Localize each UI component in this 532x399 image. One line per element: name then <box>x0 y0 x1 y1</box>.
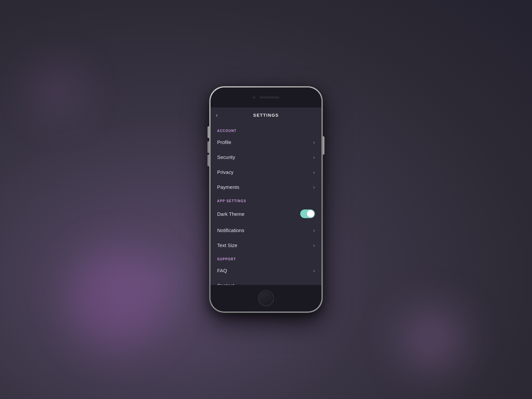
section-header-account: ACCOUNT <box>210 124 322 135</box>
dark-theme-toggle[interactable] <box>300 209 315 218</box>
chevron-icon-profile: › <box>313 140 315 145</box>
camera-dot <box>253 96 255 99</box>
bokeh-blob-3 <box>33 66 83 116</box>
settings-list: ACCOUNT Profile › Security › Privacy › P… <box>210 122 322 285</box>
menu-item-profile[interactable]: Profile › <box>210 135 322 150</box>
back-button[interactable]: ‹ <box>216 112 218 119</box>
phone-bottom-bar <box>210 285 322 312</box>
section-header-support: SUPPORT <box>210 253 322 263</box>
chevron-icon-text-size: › <box>313 243 315 248</box>
menu-label-payments: Payments <box>217 184 239 190</box>
chevron-icon-privacy: › <box>313 170 315 175</box>
menu-label-faq: FAQ <box>217 268 227 273</box>
phone-inner: ‹ SETTINGS ACCOUNT Profile › Security › … <box>210 87 322 312</box>
menu-item-dark-theme[interactable]: Dark Theme <box>210 205 322 223</box>
menu-item-faq[interactable]: FAQ › <box>210 263 322 278</box>
menu-label-privacy: Privacy <box>217 169 233 175</box>
menu-label-notifications: Notifications <box>217 227 244 233</box>
page-title: SETTINGS <box>253 113 279 118</box>
dark-theme-toggle-wrapper <box>300 209 315 218</box>
chevron-icon-faq: › <box>313 268 315 273</box>
section-header-app-settings: APP SETTINGS <box>210 195 322 205</box>
bokeh-blob-1 <box>66 249 166 349</box>
menu-label-text-size: Text Size <box>217 242 237 248</box>
menu-label-profile: Profile <box>217 139 231 145</box>
bokeh-blob-2 <box>399 306 466 372</box>
menu-item-payments[interactable]: Payments › <box>210 180 322 195</box>
app-header: ‹ SETTINGS <box>210 107 322 122</box>
menu-label-security: Security <box>217 154 235 160</box>
menu-label-contact: Contact <box>217 283 234 285</box>
menu-item-privacy[interactable]: Privacy › <box>210 165 322 180</box>
phone-device: ‹ SETTINGS ACCOUNT Profile › Security › … <box>209 86 323 313</box>
speaker-grille <box>259 96 279 98</box>
chevron-icon-payments: › <box>313 185 315 190</box>
phone-top-bar <box>210 87 322 107</box>
app-screen: ‹ SETTINGS ACCOUNT Profile › Security › … <box>210 107 322 285</box>
toggle-knob <box>307 210 314 217</box>
menu-item-security[interactable]: Security › <box>210 150 322 165</box>
menu-item-notifications[interactable]: Notifications › <box>210 223 322 238</box>
menu-label-dark-theme: Dark Theme <box>217 211 244 217</box>
menu-item-text-size[interactable]: Text Size › <box>210 238 322 253</box>
chevron-icon-notifications: › <box>313 228 315 233</box>
chevron-icon-security: › <box>313 155 315 160</box>
home-button[interactable] <box>258 290 274 306</box>
menu-item-contact[interactable]: Contact › <box>210 278 322 285</box>
